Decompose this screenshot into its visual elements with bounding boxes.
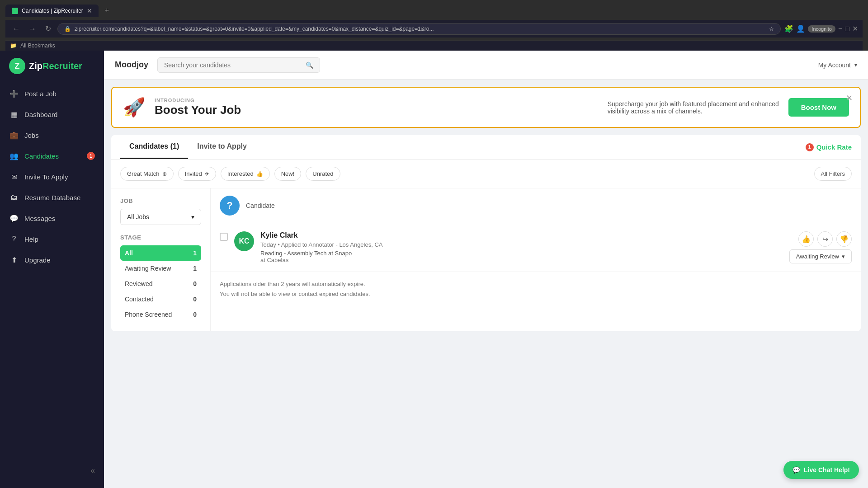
candidate-info: Kylie Clark Today • Applied to Annotator… xyxy=(260,231,792,263)
quick-rate-label: Quick Rate xyxy=(816,143,852,151)
extension-icon: 🧩 xyxy=(784,24,793,33)
stage-awaiting-review[interactable]: Awaiting Review 1 xyxy=(120,261,201,276)
new-label: New! xyxy=(281,170,295,177)
minimize-button[interactable]: − xyxy=(838,25,842,33)
stage-all[interactable]: All 1 xyxy=(120,245,201,261)
avatar-initials: KC xyxy=(239,237,249,245)
banner-close-button[interactable]: ✕ xyxy=(846,93,853,103)
invite-label: Invite To Apply xyxy=(24,173,68,181)
sidebar-nav: ➕ Post a Job ▦ Dashboard 💼 Jobs 👥 Candid… xyxy=(0,83,104,460)
thumbs-down-button[interactable]: 👎 xyxy=(836,231,852,247)
dashboard-icon: ▦ xyxy=(9,109,19,119)
tab-favicon xyxy=(12,8,18,14)
stage-contacted[interactable]: Contacted 0 xyxy=(120,291,201,307)
sidebar-item-messages[interactable]: 💬 Messages xyxy=(0,208,104,229)
help-card: ? Candidate xyxy=(211,188,861,223)
close-window-button[interactable]: ✕ xyxy=(852,24,858,33)
great-match-label: Great Match xyxy=(127,170,160,177)
resume-label: Resume Database xyxy=(24,194,80,202)
sidebar-item-upgrade[interactable]: ⬆ Upgrade xyxy=(0,249,104,270)
address-url: ziprecruiter.com/candidates?q=&label_nam… xyxy=(75,26,765,32)
stage-phone-count: 0 xyxy=(193,311,197,318)
stage-phone-screened[interactable]: Phone Screened 0 xyxy=(120,307,201,322)
help-label: Help xyxy=(24,235,38,243)
stage-filter-label: Stage xyxy=(120,234,201,241)
filter-great-match[interactable]: Great Match ⊕ xyxy=(120,167,174,181)
search-input[interactable] xyxy=(164,61,302,69)
active-tab[interactable]: Candidates | ZipRecruiter ✕ xyxy=(5,5,99,17)
upgrade-icon: ⬆ xyxy=(9,255,19,265)
browser-chrome: Candidates | ZipRecruiter ✕ + ← → ↻ 🔒 zi… xyxy=(0,0,868,51)
stage-reviewed-count: 0 xyxy=(193,280,197,287)
svg-text:Z: Z xyxy=(15,61,20,70)
app-container: Z ZipRecruiter ➕ Post a Job ▦ Dashboard … xyxy=(0,51,868,488)
sidebar-item-jobs[interactable]: 💼 Jobs xyxy=(0,125,104,145)
job-select-value: All Jobs xyxy=(127,213,149,221)
banner-text: INTRODUCING Boost Your Job xyxy=(155,98,599,117)
sidebar-item-invite-to-apply[interactable]: ✉ Invite To Apply xyxy=(0,166,104,187)
stage-awaiting-label: Awaiting Review xyxy=(125,265,171,272)
candidates-list: ? Candidate KC Kylie Clark Today • App xyxy=(211,188,861,331)
help-icon: ? xyxy=(9,234,19,244)
sidebar-item-resume-database[interactable]: 🗂 Resume Database xyxy=(0,187,104,208)
top-bar: Moodjoy 🔍 My Account ▾ xyxy=(104,51,868,80)
sidebar-collapse-button[interactable]: « xyxy=(0,460,104,481)
tab-invite-to-apply[interactable]: Invite to Apply xyxy=(188,135,256,159)
tab-candidates[interactable]: Candidates (1) xyxy=(120,135,188,159)
messages-label: Messages xyxy=(24,215,55,222)
stage-dropdown-chevron: ▾ xyxy=(842,253,845,260)
tab-close-button[interactable]: ✕ xyxy=(87,7,92,14)
expiry-line2: You will not be able to view or contact … xyxy=(220,289,852,299)
refresh-button[interactable]: ↻ xyxy=(42,23,54,35)
boost-banner: 🚀 INTRODUCING Boost Your Job Supercharge… xyxy=(111,87,861,128)
candidate-name[interactable]: Kylie Clark xyxy=(260,231,792,239)
forward-button[interactable]: ↪ xyxy=(817,231,833,247)
search-box[interactable]: 🔍 xyxy=(157,57,320,73)
filter-invited[interactable]: Invited ✈ xyxy=(178,167,216,181)
exp-role: Reading - Assembly Tech xyxy=(260,250,326,257)
live-chat-button[interactable]: 💬 Live Chat Help! xyxy=(783,461,859,479)
dashboard-label: Dashboard xyxy=(24,111,57,118)
job-select[interactable]: All Jobs ▾ xyxy=(120,209,201,225)
candidates-badge: 1 xyxy=(87,152,95,160)
candidates-section: Candidates (1) Invite to Apply 1 Quick R… xyxy=(111,135,861,331)
tab-title: Candidates | ZipRecruiter xyxy=(22,8,83,14)
address-bar[interactable]: 🔒 ziprecruiter.com/candidates?q=&label_n… xyxy=(57,23,781,35)
sidebar-item-candidates[interactable]: 👥 Candidates 1 xyxy=(0,145,104,166)
stage-dropdown[interactable]: Awaiting Review ▾ xyxy=(789,249,852,263)
stage-reviewed-label: Reviewed xyxy=(125,280,152,287)
post-job-label: Post a Job xyxy=(24,90,57,98)
logo-icon: Z xyxy=(9,58,25,74)
new-tab-button[interactable]: + xyxy=(100,4,173,17)
back-button[interactable]: ← xyxy=(10,23,23,35)
forward-button[interactable]: → xyxy=(26,23,39,35)
candidate-meta: Today • Applied to Annotator - Los Angel… xyxy=(260,241,792,248)
quick-rate-button[interactable]: 1 Quick Rate xyxy=(806,143,852,151)
my-account-button[interactable]: My Account ▾ xyxy=(818,61,857,69)
stage-awaiting-count: 1 xyxy=(193,265,197,272)
jobs-icon: 💼 xyxy=(9,130,19,140)
filter-interested[interactable]: Interested 👍 xyxy=(221,167,270,181)
sidebar-item-post-job[interactable]: ➕ Post a Job xyxy=(0,83,104,104)
stage-contacted-label: Contacted xyxy=(125,296,154,303)
browser-actions: 🧩 👤 Incognito − □ ✕ xyxy=(784,24,858,33)
company-name: Moodjoy xyxy=(115,60,148,70)
filter-new[interactable]: New! xyxy=(274,167,302,181)
stage-phone-label: Phone Screened xyxy=(125,311,172,318)
filter-unrated[interactable]: Unrated xyxy=(306,167,340,181)
boost-now-button[interactable]: Boost Now xyxy=(788,98,849,117)
expiry-notice: Applications older than 2 years will aut… xyxy=(211,272,861,306)
stage-reviewed[interactable]: Reviewed 0 xyxy=(120,276,201,291)
candidate-actions: 👍 ↪ 👎 xyxy=(798,231,852,247)
stage-section: Stage All 1 Awaiting Review 1 Reviewed xyxy=(120,234,201,322)
bookmarks-icon: 📁 xyxy=(10,42,17,49)
thumbs-up-button[interactable]: 👍 xyxy=(798,231,814,247)
sidebar-item-dashboard[interactable]: ▦ Dashboard xyxy=(0,104,104,125)
all-filters-button[interactable]: All Filters xyxy=(814,167,852,181)
candidate-checkbox[interactable] xyxy=(220,233,228,241)
maximize-button[interactable]: □ xyxy=(845,25,849,33)
sidebar-item-help[interactable]: ? Help xyxy=(0,229,104,249)
sidebar: Z ZipRecruiter ➕ Post a Job ▦ Dashboard … xyxy=(0,51,104,488)
main-layout: Job All Jobs ▾ Stage All 1 xyxy=(111,188,861,331)
banner-introducing: INTRODUCING xyxy=(155,98,599,103)
